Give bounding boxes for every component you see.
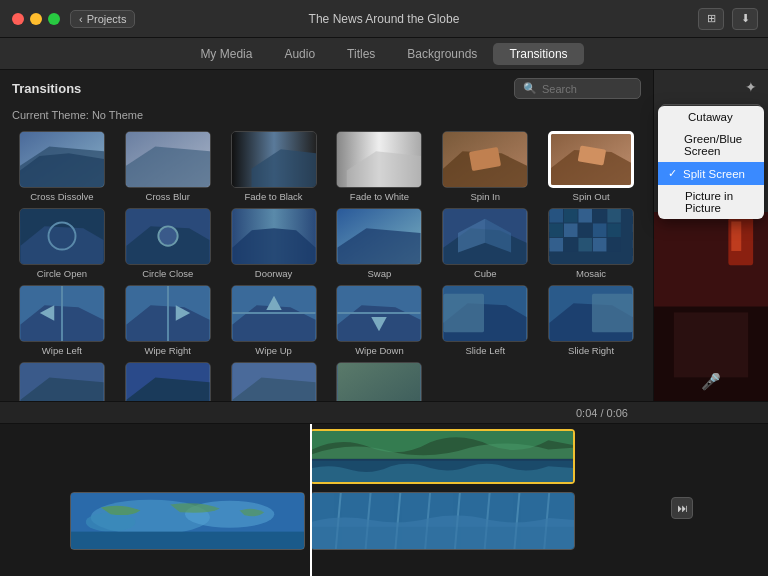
timeline-body: ⏭ [0, 424, 768, 576]
window-title: The News Around the Globe [309, 12, 460, 26]
transition-thumb-wipe-right [125, 285, 211, 342]
list-item[interactable]: Wipe Right [118, 285, 218, 356]
svg-rect-41 [550, 238, 564, 252]
transition-label: Spin Out [573, 191, 610, 202]
transition-label: Cross Blur [146, 191, 190, 202]
transition-thumb-r4d [336, 362, 422, 401]
svg-rect-44 [593, 238, 607, 252]
video-clip-waterfall[interactable] [310, 492, 575, 550]
current-theme-label: Current Theme: No Theme [0, 107, 653, 127]
transition-thumb-wipe-up [231, 285, 317, 342]
transition-thumb-wipe-down [336, 285, 422, 342]
transition-label: Slide Left [465, 345, 505, 356]
list-item[interactable] [118, 362, 218, 401]
timeline: 0:04 / 0:06 [0, 401, 768, 576]
list-item[interactable]: Wipe Up [224, 285, 324, 356]
list-item[interactable]: Fade to White [330, 131, 430, 202]
list-item[interactable]: Wipe Left [12, 285, 112, 356]
tab-transitions[interactable]: Transitions [493, 43, 583, 65]
dropdown-item-cutaway[interactable]: Cutaway [658, 106, 764, 128]
tab-backgrounds[interactable]: Backgrounds [391, 43, 493, 65]
svg-rect-43 [579, 238, 593, 252]
list-item[interactable]: Spin In [435, 131, 535, 202]
projects-button[interactable]: ‹ Projects [70, 10, 135, 28]
transition-thumb-fade-white [336, 131, 422, 188]
skip-to-end-button[interactable]: ⏭ [671, 497, 693, 519]
minimize-button[interactable] [30, 13, 42, 25]
transition-label: Spin In [470, 191, 500, 202]
transition-label: Wipe Down [355, 345, 404, 356]
checkmark-icon: ✓ [668, 167, 677, 180]
list-item[interactable]: Cube [435, 208, 535, 279]
transition-thumb-circle-close [125, 208, 211, 265]
transition-label: Doorway [255, 268, 293, 279]
list-item[interactable] [224, 362, 324, 401]
grid-view-button[interactable]: ⊞ [698, 8, 724, 30]
list-item[interactable]: Circle Close [118, 208, 218, 279]
projects-label: Projects [87, 13, 127, 25]
svg-rect-42 [564, 238, 578, 252]
list-item[interactable]: Swap [330, 208, 430, 279]
svg-rect-45 [607, 238, 621, 252]
transition-label: Cross Dissolve [30, 191, 93, 202]
close-button[interactable] [12, 13, 24, 25]
list-item[interactable]: Wipe Down [330, 285, 430, 356]
timeline-track-area: ⏭ [0, 424, 768, 576]
video-clip-aurora[interactable] [310, 429, 575, 484]
transition-label: Wipe Right [145, 345, 191, 356]
download-button[interactable]: ⬇ [732, 8, 758, 30]
dropdown-menu: Cutaway Green/Blue Screen ✓ Split Screen… [658, 106, 764, 219]
transition-thumb-cross-dissolve [19, 131, 105, 188]
titlebar: ‹ Projects ⊞ ⬇ The News Around the Globe [0, 0, 768, 38]
list-item[interactable] [330, 362, 430, 401]
microphone-icon: 🎤 [701, 372, 721, 391]
maximize-button[interactable] [48, 13, 60, 25]
titlebar-icons: ⊞ ⬇ [698, 8, 768, 30]
dropdown-item-split-screen[interactable]: ✓ Split Screen [658, 162, 764, 185]
transition-label: Wipe Left [42, 345, 82, 356]
timecode: 0:04 / 0:06 [576, 407, 628, 419]
tab-my-media[interactable]: My Media [184, 43, 268, 65]
list-item[interactable] [12, 362, 112, 401]
svg-rect-34 [593, 209, 607, 223]
video-clip-map[interactable] [70, 492, 305, 550]
list-item[interactable]: Cross Blur [118, 131, 218, 202]
svg-rect-37 [564, 223, 578, 237]
svg-rect-78 [731, 221, 741, 251]
transition-thumb-r4c [231, 362, 317, 401]
svg-rect-80 [674, 312, 748, 377]
svg-rect-35 [607, 209, 621, 223]
list-item[interactable]: Mosaic [541, 208, 641, 279]
list-item[interactable]: Slide Left [435, 285, 535, 356]
tab-audio[interactable]: Audio [268, 43, 331, 65]
panel-header: Transitions 🔍 [0, 70, 653, 107]
svg-rect-32 [564, 209, 578, 223]
dropdown-item-pip[interactable]: Picture in Picture [658, 185, 764, 219]
timeline-header: 0:04 / 0:06 [0, 402, 768, 424]
tab-titles[interactable]: Titles [331, 43, 391, 65]
list-item[interactable]: Doorway [224, 208, 324, 279]
transition-thumb-fade-black [231, 131, 317, 188]
svg-rect-38 [579, 223, 593, 237]
playhead [310, 424, 312, 576]
list-item[interactable]: Fade to Black [224, 131, 324, 202]
svg-rect-33 [579, 209, 593, 223]
search-input[interactable] [542, 83, 632, 95]
transition-thumb-cross-blur [125, 131, 211, 188]
transition-thumb-r4b [125, 362, 211, 401]
transitions-grid: Cross Dissolve Cross Blur [0, 127, 653, 401]
nav-tabs: My Media Audio Titles Backgrounds Transi… [0, 38, 768, 70]
search-icon: 🔍 [523, 82, 537, 95]
dropdown-item-green-blue[interactable]: Green/Blue Screen [658, 128, 764, 162]
transition-label: Cube [474, 268, 497, 279]
list-item[interactable]: Circle Open [12, 208, 112, 279]
list-item[interactable]: Cross Dissolve [12, 131, 112, 202]
list-item[interactable]: Slide Right [541, 285, 641, 356]
svg-rect-36 [550, 223, 564, 237]
search-box[interactable]: 🔍 [514, 78, 641, 99]
list-item[interactable]: Spin Out [541, 131, 641, 202]
magic-wand-icon[interactable]: ✦ [740, 76, 762, 98]
transition-thumb-slide-right [548, 285, 634, 342]
svg-rect-67 [592, 294, 633, 333]
back-icon: ‹ [79, 13, 83, 25]
